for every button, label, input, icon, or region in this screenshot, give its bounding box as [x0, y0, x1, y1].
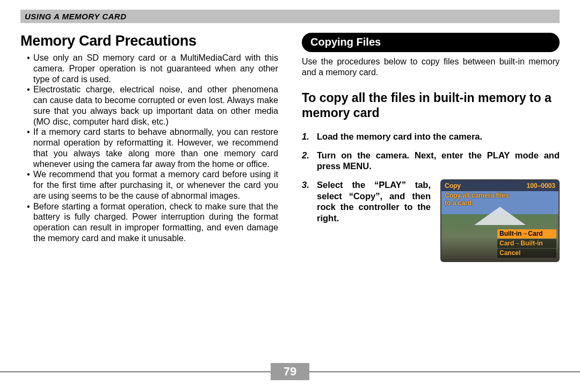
- footer-rule: [0, 372, 271, 372]
- steps-list: 1. Load the memory card into the camera.…: [302, 131, 560, 262]
- camera-lcd-screenshot: Copy 100–0003 Copy all camera files to a…: [440, 179, 560, 262]
- lcd-topbar: Copy 100–0003: [441, 180, 559, 191]
- bullet-item: Use only an SD memory card or a MultiMed…: [27, 53, 278, 84]
- lcd-title: Copy: [445, 182, 461, 190]
- bullet-item: Before starting a format operation, chec…: [27, 201, 278, 244]
- footer-rule: [309, 372, 580, 372]
- step-text: Turn on the camera. Next, enter the PLAY…: [317, 150, 560, 172]
- lcd-menu-item: Card→Built-in: [497, 239, 556, 248]
- precautions-list: Use only an SD memory card or a MultiMed…: [20, 53, 278, 244]
- bullet-item: We recommend that you format a memory ca…: [27, 169, 278, 201]
- lcd-menu-item: Cancel: [497, 249, 556, 258]
- manual-page: USING A MEMORY CARD Memory Card Precauti…: [0, 0, 580, 392]
- left-heading: Memory Card Precautions: [20, 33, 278, 49]
- columns: Memory Card Precautions Use only an SD m…: [20, 33, 560, 270]
- step-1: 1. Load the memory card into the camera.: [302, 131, 560, 142]
- section-header: USING A MEMORY CARD: [20, 10, 560, 23]
- bullet-item: If a memory card starts to behave abnorm…: [27, 127, 278, 169]
- step-number: 1.: [302, 131, 311, 142]
- page-footer: 79: [0, 363, 580, 380]
- lcd-subtitle: Copy all camera files to a card.: [445, 192, 509, 207]
- lcd-menu: Built-in→Card Card→Built-in Cancel: [497, 229, 556, 258]
- procedure-heading: To copy all the files in built-in memory…: [302, 90, 560, 120]
- lcd-subtitle-line: Copy all camera files: [445, 192, 509, 200]
- mountain-graphic: [474, 207, 526, 225]
- step-number: 3.: [302, 179, 311, 262]
- right-column: Copying Files Use the procedures below t…: [302, 33, 560, 270]
- step-text: Load the memory card into the camera.: [317, 131, 560, 142]
- step-3: 3. Select the “PLAY” tab, select “Copy”,…: [302, 179, 560, 262]
- lcd-menu-item-selected: Built-in→Card: [497, 229, 556, 238]
- page-number: 79: [271, 363, 309, 380]
- step-text: Select the “PLAY” tab, select “Copy”, an…: [317, 179, 431, 224]
- step-2: 2. Turn on the camera. Next, enter the P…: [302, 150, 560, 172]
- intro-text: Use the procedures below to copy files b…: [302, 56, 560, 77]
- lcd-file-number: 100–0003: [527, 182, 555, 190]
- bullet-item: Electrostatic charge, electrical noise, …: [27, 84, 278, 127]
- copying-files-pill: Copying Files: [302, 33, 560, 52]
- lcd-subtitle-line: to a card.: [445, 200, 509, 207]
- left-column: Memory Card Precautions Use only an SD m…: [20, 33, 278, 270]
- step-number: 2.: [302, 150, 311, 172]
